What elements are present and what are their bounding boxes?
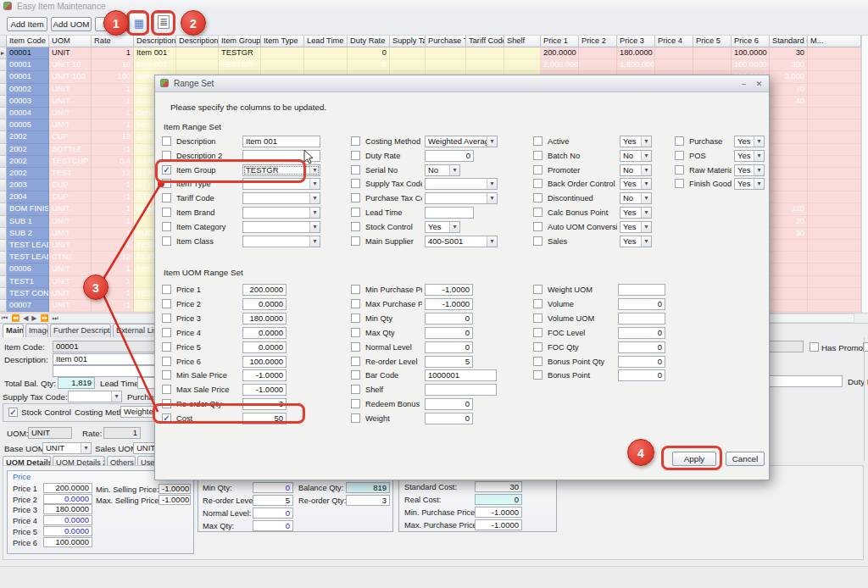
grid-cell[interactable]: 00006 <box>7 263 49 275</box>
range-field-normal-level[interactable]: 0 <box>425 341 473 353</box>
grid-cell[interactable]: 70 <box>770 84 808 96</box>
grid-cell[interactable]: UNIT <box>49 216 92 228</box>
column-header-m[interactable]: M... <box>808 36 861 47</box>
grid-cell[interactable]: 30 <box>770 228 808 240</box>
grid-cell[interactable]: 00001 <box>7 59 49 71</box>
range-field-max-sale-price[interactable]: -1.0000 <box>242 384 287 396</box>
grid-cell[interactable]: 2002 <box>7 131 49 143</box>
chevron-down-icon[interactable]: ▾ <box>641 208 651 218</box>
chevron-down-icon[interactable]: ▾ <box>641 193 651 203</box>
grid-cell[interactable]: 00001 <box>7 47 49 59</box>
grid-cell[interactable] <box>770 240 808 252</box>
grid-cell[interactable] <box>808 96 861 108</box>
min-qty-field[interactable]: 0 <box>253 482 293 493</box>
grid-cell[interactable] <box>655 47 693 59</box>
chevron-down-icon[interactable]: ▾ <box>641 236 651 247</box>
range-field-purchase[interactable]: Yes▾ <box>734 136 765 147</box>
range-checkbox-price-1[interactable] <box>162 285 171 294</box>
grid-cell[interactable] <box>390 59 426 71</box>
grid-cell[interactable] <box>808 203 861 215</box>
grid-cell[interactable] <box>770 180 808 191</box>
grid-cell[interactable]: 1,800.0000 <box>617 59 655 71</box>
range-checkbox-costing-method[interactable] <box>351 136 360 146</box>
table-row[interactable]: 00001UNIT 1010Item 001TESTGR02,000.00001… <box>0 59 861 71</box>
column-header-rate[interactable]: Rate <box>92 36 134 47</box>
grid-cell[interactable]: SUB 2 <box>7 228 49 240</box>
nav-button-3[interactable]: ▶ <box>30 313 38 324</box>
chevron-down-icon[interactable]: ▾ <box>487 179 497 189</box>
grid-cell[interactable]: BOM FINIS... <box>7 203 49 215</box>
grid-cell[interactable] <box>808 191 861 203</box>
grid-cell[interactable] <box>426 47 466 59</box>
range-checkbox-batch-no[interactable] <box>533 151 542 160</box>
price-field-price-5[interactable]: 0.0000 <box>43 526 92 536</box>
grid-cell[interactable]: 2002 <box>7 156 49 168</box>
grid-cell[interactable] <box>261 47 304 59</box>
range-field-price-3[interactable]: 180.0000 <box>242 313 287 325</box>
grid-cell[interactable]: TESTGR <box>219 47 261 59</box>
grid-cell[interactable]: 1 <box>92 240 134 252</box>
grid-cell[interactable]: 12 <box>92 168 134 180</box>
tab-further-description[interactable]: Further Description <box>50 324 111 337</box>
range-field-min-qty[interactable]: 0 <box>425 313 473 325</box>
grid-cell[interactable]: TEST LEAD ... <box>7 252 49 263</box>
grid-cell[interactable] <box>390 47 426 59</box>
range-field-tariff-code[interactable]: ▾ <box>242 192 320 204</box>
range-field-description[interactable]: Item 001 <box>242 136 320 147</box>
grid-cell[interactable]: BOTTLE <box>49 144 92 156</box>
range-field-finish-goods[interactable]: Yes▾ <box>734 178 765 190</box>
max-selling-price-field[interactable]: -1.0000 <box>159 495 191 505</box>
range-field-main-supplier[interactable]: 400-S001▾ <box>425 236 498 247</box>
price-field-price-1[interactable]: 200.0000 <box>43 483 92 493</box>
range-checkbox-foc-level[interactable] <box>533 328 542 337</box>
grid-cell[interactable] <box>770 144 808 156</box>
range-field-bonus-point[interactable]: 0 <box>618 369 665 381</box>
grid-cell[interactable] <box>466 59 504 71</box>
grid-cell[interactable] <box>808 84 861 96</box>
grid-cell[interactable]: 2003 <box>7 180 49 191</box>
range-checkbox-price-2[interactable] <box>162 299 171 308</box>
column-header-duty-rate[interactable]: Duty Rate <box>348 36 390 47</box>
chevron-down-icon[interactable]: ▾ <box>487 193 497 203</box>
grid-cell[interactable]: 00002 <box>7 84 49 96</box>
grid-cell[interactable]: 10 <box>92 59 134 71</box>
range-checkbox-serial-no[interactable] <box>351 165 360 175</box>
grid-cell[interactable]: TEST <box>49 168 92 180</box>
range-field-weight[interactable]: 0 <box>425 413 473 424</box>
column-header-price-2[interactable]: Price 2 <box>579 36 617 47</box>
range-field-shelf[interactable] <box>425 384 497 396</box>
grid-cell[interactable] <box>655 59 693 71</box>
base-uom-dropdown[interactable]: UNIT ▾ <box>42 442 92 454</box>
column-header-price-6[interactable]: Price 6 <box>732 36 770 47</box>
close-icon[interactable]: ✕ <box>754 79 765 89</box>
reorder-qty-field[interactable]: 3 <box>346 495 390 506</box>
range-field-foc-qty[interactable]: 0 <box>618 341 665 353</box>
grid-cell[interactable] <box>808 180 861 191</box>
range-field-price-1[interactable]: 200.0000 <box>242 284 287 296</box>
grid-cell[interactable]: TESTCUP <box>49 156 92 168</box>
chevron-down-icon[interactable]: ▾ <box>641 136 651 147</box>
grid-cell[interactable]: UNIT <box>49 47 92 59</box>
range-field-price-5[interactable]: 0.0000 <box>242 341 287 353</box>
supply-tax-code-dropdown[interactable]: ▾ <box>68 391 122 402</box>
grid-cell[interactable]: 3,000 <box>770 71 808 83</box>
chevron-down-icon[interactable]: ▾ <box>754 179 764 189</box>
grid-cell[interactable]: UNIT <box>49 84 92 96</box>
dialog-titlebar[interactable]: Range Set – ✕ <box>155 75 769 92</box>
column-header-price-3[interactable]: Price 3 <box>617 36 655 47</box>
grid-cell[interactable]: UNIT <box>49 300 92 312</box>
column-header-description-2[interactable]: Description 2 <box>176 36 219 47</box>
grid-cell[interactable]: 00001 <box>7 71 49 83</box>
grid-cell[interactable]: 00007 <box>7 300 49 312</box>
grid-cell[interactable] <box>808 276 861 288</box>
grid-cell[interactable] <box>808 47 861 59</box>
grid-cell[interactable] <box>176 59 219 71</box>
grid-cell[interactable] <box>770 263 808 275</box>
grid-cell[interactable]: TEST LEAD ... <box>7 240 49 252</box>
grid-cell[interactable]: CTN2 <box>49 252 92 263</box>
chevron-down-icon[interactable]: ▾ <box>309 236 320 247</box>
grid-cell[interactable]: 1 <box>92 119 134 131</box>
max-qty-field[interactable]: 0 <box>253 520 293 531</box>
range-field-back-order-control[interactable]: Yes▾ <box>620 178 652 190</box>
column-header-price-1[interactable]: Price 1 <box>541 36 579 47</box>
